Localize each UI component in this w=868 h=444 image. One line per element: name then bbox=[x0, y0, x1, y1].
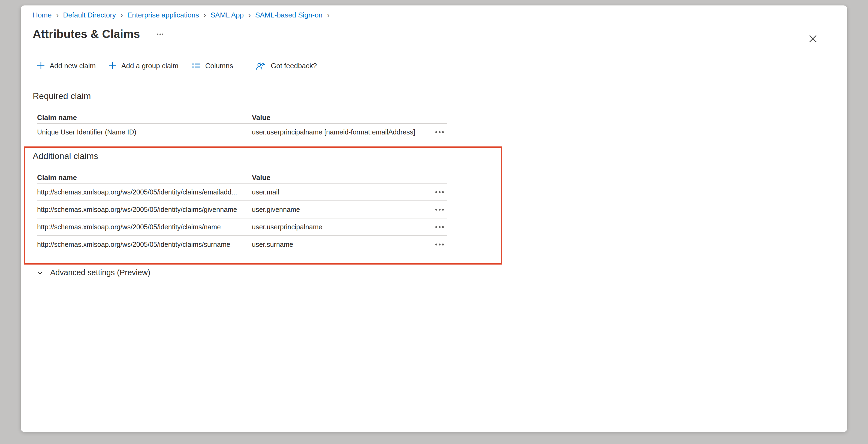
breadcrumb: Home › Default Directory › Enterprise ap… bbox=[33, 11, 835, 19]
row-menu-button[interactable] bbox=[432, 224, 447, 230]
claim-value-cell[interactable]: user.mail bbox=[252, 188, 415, 196]
add-new-claim-button[interactable]: Add new claim bbox=[36, 61, 96, 70]
claim-name-cell[interactable]: http://schemas.xmlsoap.org/ws/2005/05/id… bbox=[37, 241, 252, 248]
title-row: Attributes & Claims bbox=[33, 26, 835, 42]
ellipsis-icon bbox=[435, 209, 437, 211]
breadcrumb-item-default-directory[interactable]: Default Directory bbox=[63, 11, 116, 19]
claim-value-cell[interactable]: user.surname bbox=[252, 241, 415, 248]
close-blade-button[interactable] bbox=[806, 32, 820, 46]
ellipsis-icon bbox=[435, 243, 437, 245]
toolbar-divider bbox=[247, 60, 247, 71]
got-feedback-label: Got feedback? bbox=[271, 62, 317, 70]
required-claim-table: Claim name Value Unique User Identifier … bbox=[37, 109, 447, 141]
row-menu-button[interactable] bbox=[432, 129, 447, 135]
add-new-claim-label: Add new claim bbox=[50, 62, 96, 70]
required-claim-heading: Required claim bbox=[33, 91, 835, 101]
advanced-settings-label: Advanced settings (Preview) bbox=[50, 268, 151, 277]
claim-name-cell[interactable]: http://schemas.xmlsoap.org/ws/2005/05/id… bbox=[37, 223, 252, 231]
ellipsis-icon bbox=[435, 131, 437, 133]
chevron-right-icon: › bbox=[244, 11, 255, 19]
chevron-down-icon bbox=[36, 269, 44, 277]
columns-icon bbox=[191, 62, 201, 70]
claim-value-cell[interactable]: user.userprincipalname bbox=[252, 223, 415, 231]
columns-button[interactable]: Columns bbox=[191, 62, 234, 70]
additional-claims-table: Claim name Value http://schemas.xmlsoap.… bbox=[37, 168, 447, 254]
table-row[interactable]: http://schemas.xmlsoap.org/ws/2005/05/id… bbox=[37, 183, 447, 201]
plus-icon bbox=[108, 61, 117, 70]
advanced-settings-expander[interactable]: Advanced settings (Preview) bbox=[36, 268, 835, 277]
table-header: Claim name Value bbox=[37, 109, 447, 124]
chevron-right-icon: › bbox=[116, 11, 127, 19]
table-row[interactable]: Unique User Identifier (Name ID) user.us… bbox=[37, 124, 447, 141]
close-icon bbox=[806, 32, 820, 46]
plus-icon bbox=[36, 61, 45, 70]
desktop-background: Home › Default Directory › Enterprise ap… bbox=[0, 0, 868, 444]
row-menu-button[interactable] bbox=[432, 206, 447, 213]
ellipsis-icon bbox=[435, 191, 437, 193]
page-title: Attributes & Claims bbox=[33, 28, 140, 41]
table-row[interactable]: http://schemas.xmlsoap.org/ws/2005/05/id… bbox=[37, 236, 447, 254]
ellipsis-icon bbox=[157, 34, 158, 35]
claim-name-cell[interactable]: http://schemas.xmlsoap.org/ws/2005/05/id… bbox=[37, 188, 252, 196]
feedback-person-icon bbox=[255, 60, 266, 71]
additional-claims-heading: Additional claims bbox=[33, 151, 835, 161]
claim-name-cell[interactable]: Unique User Identifier (Name ID) bbox=[37, 128, 252, 136]
claim-value-cell[interactable]: user.givenname bbox=[252, 206, 415, 213]
breadcrumb-item-saml-based-sign-on[interactable]: SAML-based Sign-on bbox=[255, 11, 322, 19]
chevron-right-icon: › bbox=[199, 11, 211, 19]
breadcrumb-item-home[interactable]: Home bbox=[33, 11, 52, 19]
command-bar: Add new claim Add a group claim bbox=[33, 57, 847, 75]
page-context-menu-button[interactable] bbox=[154, 31, 166, 38]
row-menu-button[interactable] bbox=[432, 241, 447, 248]
table-row[interactable]: http://schemas.xmlsoap.org/ws/2005/05/id… bbox=[37, 201, 447, 218]
column-header-claim-name: Claim name bbox=[37, 114, 252, 122]
add-group-claim-button[interactable]: Add a group claim bbox=[108, 61, 179, 70]
table-row[interactable]: http://schemas.xmlsoap.org/ws/2005/05/id… bbox=[37, 218, 447, 236]
table-header: Claim name Value bbox=[37, 168, 447, 183]
attributes-claims-blade: Home › Default Directory › Enterprise ap… bbox=[21, 5, 847, 432]
row-menu-button[interactable] bbox=[432, 189, 447, 195]
claim-name-cell[interactable]: http://schemas.xmlsoap.org/ws/2005/05/id… bbox=[37, 206, 252, 213]
breadcrumb-item-enterprise-applications[interactable]: Enterprise applications bbox=[127, 11, 199, 19]
columns-label: Columns bbox=[205, 62, 234, 70]
breadcrumb-item-saml-app[interactable]: SAML App bbox=[211, 11, 244, 19]
ellipsis-icon bbox=[435, 226, 437, 228]
column-header-claim-name: Claim name bbox=[37, 174, 252, 182]
column-header-value: Value bbox=[252, 174, 415, 182]
claim-value-cell[interactable]: user.userprincipalname [nameid-format:em… bbox=[252, 128, 415, 136]
chevron-right-icon: › bbox=[322, 11, 334, 19]
additional-claims-section: Additional claims Claim name Value http:… bbox=[33, 151, 835, 254]
column-header-value: Value bbox=[252, 114, 415, 122]
got-feedback-button[interactable]: Got feedback? bbox=[255, 60, 317, 71]
chevron-right-icon: › bbox=[52, 11, 63, 19]
add-group-claim-label: Add a group claim bbox=[121, 62, 179, 70]
